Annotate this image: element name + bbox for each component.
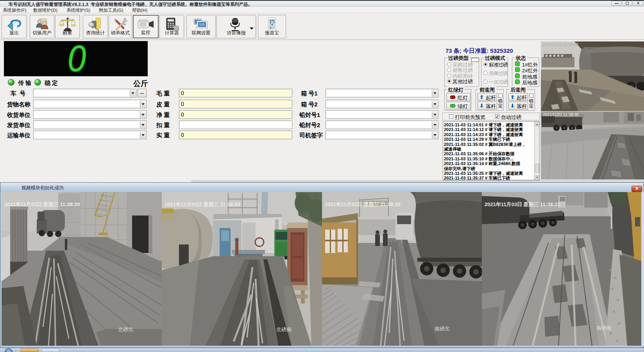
svg-text:2021年11月03日 星期三 11:38:20: 2021年11月03日 星期三 11:38:20 bbox=[165, 201, 240, 207]
svg-text:2021年11月03日 星期三 11:38:21: 2021年11月03日 星期三 11:38:21 bbox=[485, 201, 560, 207]
svg-text:北磅北: 北磅北 bbox=[118, 327, 133, 332]
svg-text:南磅南: 南磅南 bbox=[596, 325, 612, 331]
svg-text:南磅北: 南磅北 bbox=[435, 326, 450, 332]
svg-text:北磅南: 北磅南 bbox=[276, 327, 292, 332]
svg-text:2021/11/03 11:38:48: 2021/11/03 11:38:48 bbox=[542, 43, 578, 47]
svg-text:2021年11月03日 星期三 11:38:20: 2021年11月03日 星期三 11:38:20 bbox=[4, 201, 80, 207]
svg-text:2021年11月03日 星期三 11:38:20: 2021年11月03日 星期三 11:38:20 bbox=[325, 201, 401, 207]
svg-text:2021/11/03 11:38:48: 2021/11/03 11:38:48 bbox=[543, 113, 579, 117]
